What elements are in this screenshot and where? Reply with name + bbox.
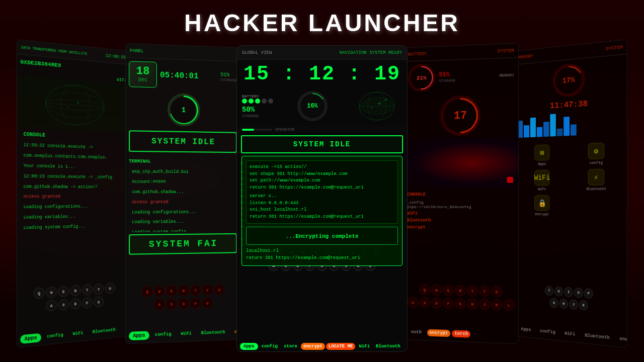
- tab-encrypt-center[interactable]: encrypt: [301, 343, 325, 350]
- console-label: CONSOLE: [20, 129, 48, 140]
- key-d[interactable]: D: [70, 298, 81, 310]
- tab-config[interactable]: config: [43, 331, 67, 341]
- nav-ready-label: NAVIGATION SYSTEM READY: [340, 50, 402, 55]
- key-t-r[interactable]: T: [467, 285, 478, 297]
- key-g-r[interactable]: G: [455, 298, 466, 310]
- key-s-r[interactable]: S: [419, 297, 430, 308]
- key-q[interactable]: Q: [33, 287, 45, 299]
- tab-bluetooth-left[interactable]: Bluetooth: [197, 328, 229, 337]
- svg-point-5: [77, 102, 79, 104]
- date-time-row: 18 Dec 05:40:01 51% STORAGE: [126, 58, 240, 93]
- key-t-l[interactable]: T: [190, 285, 201, 296]
- key-r-l[interactable]: R: [178, 285, 189, 297]
- map-display: [17, 75, 129, 133]
- tab-config-left[interactable]: config: [151, 330, 176, 339]
- key-d-r[interactable]: D: [431, 297, 442, 308]
- bar-9: [571, 124, 577, 136]
- bar-2: [524, 125, 529, 138]
- key-u-r[interactable]: U: [491, 286, 502, 297]
- key-s-l[interactable]: S: [166, 298, 177, 310]
- key-p-fr[interactable]: P: [584, 288, 593, 299]
- memory-circle-area: 17: [404, 92, 518, 139]
- key-r[interactable]: R: [70, 285, 81, 296]
- key-h-r[interactable]: H: [467, 298, 478, 310]
- key-u-l[interactable]: U: [214, 284, 224, 295]
- tab-store-center[interactable]: store: [281, 343, 300, 350]
- system-idle-box-left: SYSTEM IDLE: [129, 130, 237, 153]
- tab-config-fr[interactable]: config: [536, 327, 559, 337]
- tab-apps-left[interactable]: Apps: [129, 331, 149, 340]
- tab-locate-center[interactable]: LOCATE ME: [326, 343, 356, 350]
- key-f-l[interactable]: F: [190, 298, 201, 309]
- key-a-l[interactable]: A: [154, 299, 165, 310]
- key-e-r[interactable]: E: [443, 285, 454, 296]
- key-e-l[interactable]: E: [166, 285, 177, 297]
- key-y-r[interactable]: Y: [479, 286, 490, 297]
- center-tabs: Apps config store encrypt LOCATE ME WiFi…: [237, 341, 407, 351]
- tab-wifi-far-left[interactable]: WiFi: [69, 329, 88, 339]
- tab-bluetooth-far-left[interactable]: Bluetooth: [89, 326, 119, 337]
- key-k-fr[interactable]: K: [579, 300, 588, 311]
- battery-row-right: 21% 51% STORAGE MEMORY: [404, 58, 518, 95]
- tab-torch-right[interactable]: torch: [452, 330, 471, 337]
- red-indicator: [507, 177, 513, 183]
- key-d-l[interactable]: D: [178, 298, 189, 310]
- key-t[interactable]: T: [82, 284, 93, 296]
- tab-wifi-left[interactable]: WiFi: [177, 329, 195, 338]
- key-j-r[interactable]: J: [479, 299, 490, 310]
- tab-apps-center[interactable]: Apps: [240, 343, 258, 350]
- tab-apps-fr[interactable]: Apps: [517, 325, 535, 334]
- system-label-right: SYSTEM: [498, 48, 514, 53]
- tab-bluetooth-fr[interactable]: Bluetooth: [581, 331, 614, 342]
- bar-charts-far-right: [515, 106, 627, 142]
- tab-encrypt-fr[interactable]: encrypt: [615, 334, 627, 345]
- time-display: 05:40:01: [160, 70, 199, 80]
- key-j-fr[interactable]: J: [569, 299, 578, 310]
- key-y[interactable]: Y: [94, 283, 104, 295]
- key-w[interactable]: W: [46, 286, 57, 298]
- key-w-l[interactable]: W: [154, 286, 165, 297]
- svg-point-2: [46, 98, 104, 112]
- key-k-r[interactable]: K: [491, 299, 502, 311]
- topbar-satellite-text: DATA TRANSFERRED FROM SATELLITE: [21, 45, 87, 56]
- tab-config-center[interactable]: config: [259, 343, 280, 350]
- tab-encrypt-right[interactable]: encrypt: [427, 329, 451, 337]
- key-q-r[interactable]: Q: [419, 284, 430, 295]
- key-q-l[interactable]: Q: [142, 286, 153, 297]
- tab-wifi-fr[interactable]: WiFi: [560, 329, 579, 339]
- console-output-right: _config pipe://id=10/ex=s_%24config WiFi…: [404, 199, 518, 240]
- key-l-r[interactable]: L: [503, 299, 514, 311]
- key-i-fr[interactable]: I: [564, 287, 573, 297]
- key-g[interactable]: G: [94, 296, 104, 308]
- key-a-r[interactable]: A: [408, 297, 418, 308]
- key-w-r[interactable]: W: [431, 285, 442, 296]
- key-f[interactable]: F: [82, 297, 93, 309]
- key-r-r[interactable]: R: [455, 285, 466, 297]
- bar-5: [543, 122, 549, 137]
- key-y-l[interactable]: Y: [202, 285, 213, 296]
- battery-gauge: 16%: [297, 91, 328, 121]
- panel-right: BATTERY SYSTEM 21% 51% STORAGE MEMORY: [404, 43, 519, 344]
- key-h-fr[interactable]: H: [559, 299, 568, 309]
- key-g-l[interactable]: G: [202, 297, 213, 308]
- battery-dot-4: [262, 99, 267, 104]
- key-u-fr[interactable]: U: [554, 286, 563, 297]
- battery-dot-5: [268, 99, 273, 104]
- status-bar-line: [242, 129, 272, 131]
- tab-bluetooth-center[interactable]: Bluetooth: [373, 343, 403, 350]
- key-u[interactable]: U: [105, 283, 115, 294]
- key-f-r[interactable]: F: [443, 298, 454, 309]
- key-e[interactable]: E: [58, 286, 69, 298]
- mini-map: [352, 88, 402, 124]
- icon-bluetooth[interactable]: ⚡ Bluetooth: [571, 168, 623, 191]
- tab-ooth-right[interactable]: ooth: [407, 328, 426, 336]
- key-o-fr[interactable]: O: [574, 288, 583, 298]
- key-t-fr[interactable]: T: [545, 286, 553, 296]
- date-widget: 18 Dec: [129, 61, 157, 87]
- tab-apps[interactable]: Apps: [20, 333, 41, 344]
- tab-wifi-center[interactable]: WiFi: [356, 343, 372, 350]
- panel-far-left: DATA TRANSFERRED FROM SATELLITE 12:00:25…: [17, 39, 130, 348]
- key-g-fr[interactable]: G: [549, 298, 558, 308]
- key-a[interactable]: A: [46, 300, 57, 312]
- key-s[interactable]: S: [58, 299, 69, 311]
